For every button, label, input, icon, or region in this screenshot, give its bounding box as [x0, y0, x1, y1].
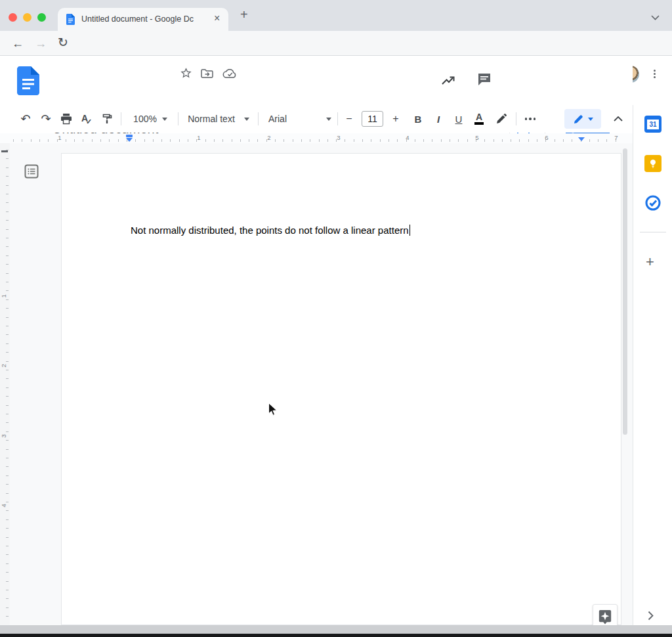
- tab-search-chevron-icon[interactable]: [651, 15, 660, 20]
- back-button[interactable]: ←: [12, 37, 24, 50]
- print-button[interactable]: [59, 105, 74, 133]
- window-minimize-button[interactable]: [23, 13, 32, 22]
- horizontal-ruler[interactable]: 1 1 2 3 4 5 6 7: [0, 133, 633, 143]
- font-size-decrease-button[interactable]: −: [343, 105, 356, 133]
- browser-menu-icon[interactable]: [654, 68, 656, 79]
- ruler-ticks: [13, 139, 621, 142]
- hide-side-panel-chevron-icon[interactable]: [648, 611, 654, 621]
- style-caret-icon: [244, 118, 249, 121]
- left-indent-marker[interactable]: [126, 135, 133, 142]
- text-caret: [410, 225, 411, 236]
- explore-icon: [598, 609, 612, 625]
- ruler-label: 1: [196, 134, 201, 141]
- document-outline-button[interactable]: [24, 164, 39, 179]
- zoom-caret-icon: [162, 118, 167, 121]
- italic-button[interactable]: I: [431, 105, 446, 133]
- collapse-toolbar-icon[interactable]: [614, 116, 623, 121]
- comments-icon[interactable]: [477, 72, 492, 87]
- font-select[interactable]: Arial: [266, 105, 334, 133]
- move-folder-icon[interactable]: [201, 68, 214, 79]
- star-document-icon[interactable]: [180, 67, 192, 79]
- zoom-value: 100%: [133, 114, 157, 124]
- ruler-label: 3: [336, 134, 341, 141]
- text-color-icon: A: [476, 113, 482, 121]
- tab-strip: Untitled document - Google Dc × +: [0, 0, 672, 31]
- calendar-day-label: 31: [647, 120, 659, 129]
- forward-button: →: [35, 37, 47, 50]
- tab-title: Untitled document - Google Dc: [81, 14, 205, 24]
- ruler-label: 2: [0, 361, 7, 368]
- document-scrollbar[interactable]: [623, 148, 627, 435]
- text-color-swatch: [474, 122, 484, 125]
- paragraph-style-select[interactable]: Normal text: [184, 105, 253, 133]
- tab-close-icon[interactable]: ×: [214, 12, 220, 24]
- browser-tab-active[interactable]: Untitled document - Google Dc ×: [58, 8, 228, 31]
- text-color-button[interactable]: A: [472, 105, 486, 133]
- outline-icon: [24, 164, 39, 179]
- document-body-text[interactable]: Not normally distributed, the points do …: [131, 225, 410, 236]
- redo-button[interactable]: ↷: [39, 105, 53, 133]
- ruler-label: 6: [544, 134, 549, 141]
- ruler-label: 4: [0, 501, 7, 508]
- editing-mode-caret-icon: [588, 118, 593, 121]
- paint-format-icon: [101, 113, 113, 125]
- font-caret-icon: [326, 118, 331, 121]
- ruler-label: 3: [0, 431, 7, 438]
- editor-canvas: Not normally distributed, the points do …: [10, 143, 633, 625]
- highlighter-icon: [495, 113, 507, 125]
- docs-header: Untitled document File Edit View Insert …: [0, 56, 633, 105]
- keep-icon[interactable]: [644, 155, 662, 172]
- print-icon: [60, 113, 72, 125]
- new-tab-button[interactable]: +: [240, 7, 248, 22]
- editing-pencil-icon: [573, 114, 584, 125]
- doc-stats-icon[interactable]: [440, 73, 457, 89]
- window-zoom-button[interactable]: [37, 13, 46, 22]
- calendar-icon[interactable]: 31: [644, 116, 662, 133]
- spellcheck-icon: A✓: [81, 113, 92, 125]
- underline-button[interactable]: U: [452, 105, 466, 133]
- docs-logo-icon[interactable]: [17, 66, 39, 95]
- window-bottom-edge: [0, 634, 672, 637]
- get-addons-button[interactable]: +: [646, 253, 654, 271]
- reload-button[interactable]: ↻: [58, 36, 68, 49]
- vertical-ruler-ticks: [6, 150, 9, 620]
- ruler-label: 5: [474, 134, 480, 141]
- top-margin-marker[interactable]: [1, 150, 8, 152]
- tasks-icon[interactable]: [644, 194, 662, 211]
- paint-format-button[interactable]: [100, 105, 114, 133]
- highlight-color-button[interactable]: [494, 105, 509, 133]
- browser-window: Untitled document - Google Dc × + ← → ↻ …: [0, 0, 672, 637]
- window-close-button[interactable]: [9, 13, 17, 22]
- font-value: Arial: [268, 114, 287, 124]
- ruler-label: 1: [57, 134, 62, 141]
- ruler-label: 1: [0, 292, 7, 298]
- zoom-select[interactable]: 100%: [127, 105, 174, 133]
- docs-toolbar: ↶ ↷ A✓ 100% Normal text: [0, 105, 633, 133]
- keep-bulb-icon: [648, 158, 658, 169]
- ruler-label: 7: [614, 134, 619, 141]
- undo-button[interactable]: ↶: [18, 105, 33, 133]
- docs-favicon-icon: [66, 14, 75, 25]
- bold-button[interactable]: B: [411, 105, 425, 133]
- spellcheck-button[interactable]: A✓: [79, 105, 94, 133]
- right-indent-marker[interactable]: [578, 137, 585, 141]
- ruler-label: 4: [405, 134, 410, 141]
- browser-toolbar: ← → ↻ docs.google.com/document/d/12f3dZW…: [0, 31, 672, 56]
- ruler-label: 2: [266, 134, 272, 141]
- window-bottom-strip: [0, 625, 672, 634]
- more-options-icon: [525, 118, 536, 120]
- vertical-ruler[interactable]: 1 2 3 4: [0, 143, 10, 625]
- document-page[interactable]: Not normally distributed, the points do …: [61, 153, 621, 625]
- paragraph-style-value: Normal text: [188, 114, 235, 124]
- mouse-cursor: [268, 402, 279, 418]
- cloud-saved-icon[interactable]: [222, 68, 237, 79]
- editing-mode-button[interactable]: [564, 109, 601, 129]
- side-panel: 31 +: [633, 105, 672, 625]
- font-size-increase-button[interactable]: +: [389, 105, 402, 133]
- font-size-value[interactable]: 11: [362, 111, 383, 127]
- side-panel-divider: [640, 232, 666, 232]
- more-options-button[interactable]: [522, 105, 538, 133]
